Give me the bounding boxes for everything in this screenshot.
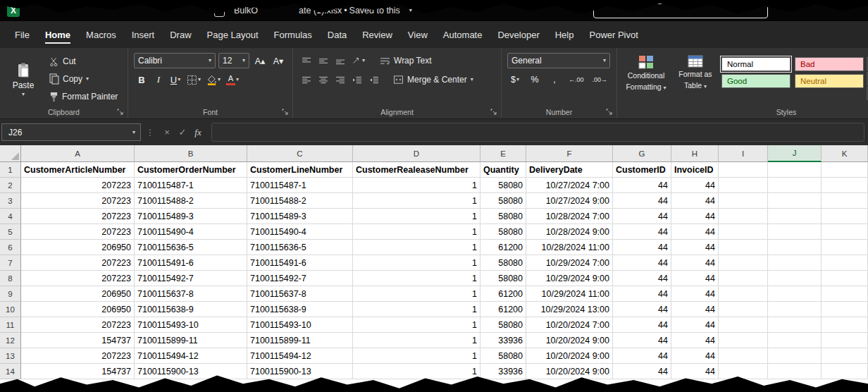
cell-J3[interactable]	[768, 193, 822, 209]
cell-K7[interactable]	[822, 255, 868, 271]
decrease-indent-button[interactable]	[349, 72, 365, 87]
cell-K6[interactable]	[822, 240, 868, 255]
cell-D14[interactable]: 1	[353, 364, 480, 379]
merge-center-button[interactable]: Merge & Center ▾	[390, 72, 476, 87]
cell-K5[interactable]	[822, 224, 868, 240]
copy-button[interactable]: Copy ▾	[46, 71, 120, 87]
cell-F10[interactable]: 10/29/2024 13:00	[526, 302, 613, 317]
cell-K11[interactable]	[822, 317, 868, 333]
column-header-D[interactable]: D	[353, 145, 480, 162]
cell-B5[interactable]: 7100115490-4	[135, 224, 247, 240]
cell-B8[interactable]: 7100115492-7	[135, 271, 247, 286]
cell-H5[interactable]: 44	[671, 224, 719, 240]
cell-F8[interactable]: 10/29/2024 9:00	[526, 271, 613, 286]
cell-J8[interactable]	[768, 271, 822, 286]
italic-button[interactable]: I	[151, 72, 166, 87]
cell-F7[interactable]: 10/29/2024 7:00	[526, 255, 613, 271]
cell-K13[interactable]	[822, 348, 868, 364]
decrease-font-size-button[interactable]: A▾	[271, 53, 286, 68]
cell-A8[interactable]: 207223	[21, 271, 135, 286]
cell-K4[interactable]	[822, 209, 868, 224]
cell-F11[interactable]: 10/20/2024 7:00	[526, 317, 613, 333]
cell-B3[interactable]: 7100115488-2	[135, 193, 247, 209]
cell-H7[interactable]: 44	[671, 255, 719, 271]
cell-B14[interactable]: 7100115900-13	[135, 364, 247, 379]
cell-B1[interactable]: CustomerOrderNumber	[135, 162, 247, 178]
cell-C9[interactable]: 7100115637-8	[247, 286, 353, 302]
cell-style-good[interactable]: Good	[721, 74, 790, 88]
cell-A5[interactable]: 207223	[21, 224, 135, 240]
row-header-5[interactable]: 5	[0, 224, 21, 240]
row-header-4[interactable]: 4	[0, 209, 21, 224]
cell-J11[interactable]	[768, 317, 822, 333]
cell-E12[interactable]: 33936	[480, 333, 526, 348]
percent-style-button[interactable]: %	[527, 72, 542, 87]
cell-K8[interactable]	[822, 271, 868, 286]
cell-K2[interactable]	[822, 178, 868, 193]
column-header-J[interactable]: J	[768, 145, 822, 162]
column-header-F[interactable]: F	[526, 145, 613, 162]
enter-button[interactable]: ✓	[175, 127, 190, 137]
number-format-select[interactable]: General ▾	[507, 53, 610, 68]
row-header-1[interactable]: 1	[0, 162, 21, 178]
cell-style-normal[interactable]: Normal	[721, 57, 790, 71]
cell-K1[interactable]	[822, 162, 868, 178]
cell-H14[interactable]: 44	[671, 364, 719, 379]
cell-D2[interactable]: 1	[353, 178, 480, 193]
tab-review[interactable]: Review	[354, 21, 400, 48]
cell-K12[interactable]	[822, 333, 868, 348]
cell-E14[interactable]: 33936	[480, 364, 526, 379]
bold-button[interactable]: B	[134, 72, 149, 87]
number-dialog-launcher-icon[interactable]	[606, 109, 613, 116]
cell-C8[interactable]: 7100115492-7	[247, 271, 353, 286]
cell-I10[interactable]	[719, 302, 768, 317]
cell-D13[interactable]: 1	[353, 348, 480, 364]
select-all-button[interactable]	[0, 145, 21, 162]
cell-J4[interactable]	[768, 209, 822, 224]
cell-F9[interactable]: 10/29/2024 11:00	[526, 286, 613, 302]
cell-G13[interactable]: 44	[613, 348, 671, 364]
cell-I4[interactable]	[719, 209, 768, 224]
row-header-8[interactable]: 8	[0, 271, 21, 286]
cell-G4[interactable]: 44	[613, 209, 671, 224]
align-right-button[interactable]	[333, 72, 348, 87]
cell-G2[interactable]: 44	[613, 178, 671, 193]
cell-D9[interactable]: 1	[353, 286, 480, 302]
tab-power-pivot[interactable]: Power Pivot	[581, 21, 645, 48]
cell-F3[interactable]: 10/27/2024 9:00	[526, 193, 613, 209]
cell-F5[interactable]: 10/28/2024 9:00	[526, 224, 613, 240]
cell-E2[interactable]: 58080	[480, 178, 526, 193]
tab-data[interactable]: Data	[320, 21, 354, 48]
cell-J5[interactable]	[768, 224, 822, 240]
alignment-dialog-launcher-icon[interactable]	[490, 109, 497, 116]
cell-A2[interactable]: 207223	[21, 178, 135, 193]
tab-insert[interactable]: Insert	[124, 21, 163, 48]
cell-B4[interactable]: 7100115489-3	[135, 209, 247, 224]
cell-A12[interactable]: 154737	[21, 333, 135, 348]
cell-J6[interactable]	[768, 240, 822, 255]
tab-automate[interactable]: Automate	[435, 21, 490, 48]
cell-E11[interactable]: 58080	[480, 317, 526, 333]
cell-C6[interactable]: 7100115636-5	[247, 240, 353, 255]
row-header-6[interactable]: 6	[0, 240, 21, 255]
cell-style-neutral[interactable]: Neutral	[795, 74, 864, 88]
cell-I11[interactable]	[719, 317, 768, 333]
cell-J7[interactable]	[768, 255, 822, 271]
cell-E1[interactable]: Quantity	[480, 162, 526, 178]
cell-F6[interactable]: 10/28/2024 11:00	[526, 240, 613, 255]
cell-F13[interactable]: 10/20/2024 9:00	[526, 348, 613, 364]
cell-J12[interactable]	[768, 333, 822, 348]
increase-decimal-button[interactable]: ←.00	[566, 72, 586, 87]
tab-formulas[interactable]: Formulas	[266, 21, 320, 48]
cell-C4[interactable]: 7100115489-3	[247, 209, 353, 224]
accounting-format-button[interactable]: $ ▾	[507, 72, 523, 87]
cell-B11[interactable]: 7100115493-10	[135, 317, 247, 333]
column-header-G[interactable]: G	[613, 145, 671, 162]
font-dialog-launcher-icon[interactable]	[282, 109, 289, 116]
wrap-text-button[interactable]: Wrap Text	[377, 53, 435, 68]
format-as-table-button[interactable]: Format as Table ▾	[672, 53, 719, 100]
cell-H4[interactable]: 44	[671, 209, 719, 224]
cell-F2[interactable]: 10/27/2024 7:00	[526, 178, 613, 193]
cell-A4[interactable]: 207223	[21, 209, 135, 224]
column-header-H[interactable]: H	[671, 145, 719, 162]
